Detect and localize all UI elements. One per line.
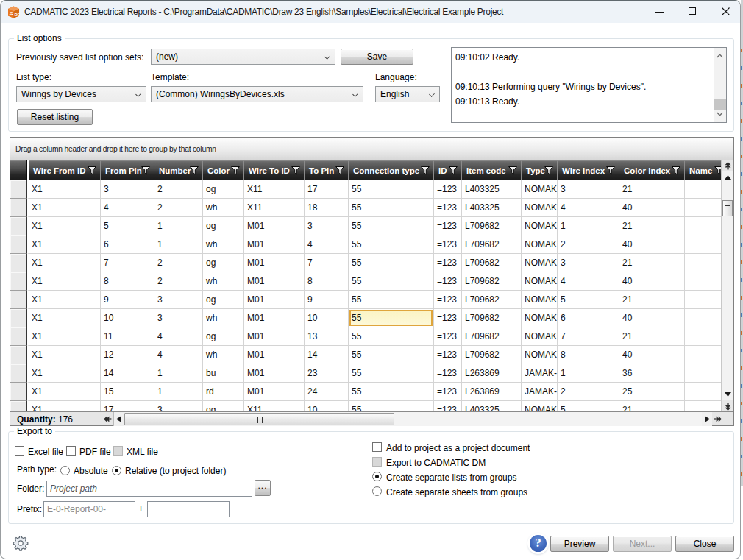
svg-text:DB: DB [14, 13, 20, 17]
